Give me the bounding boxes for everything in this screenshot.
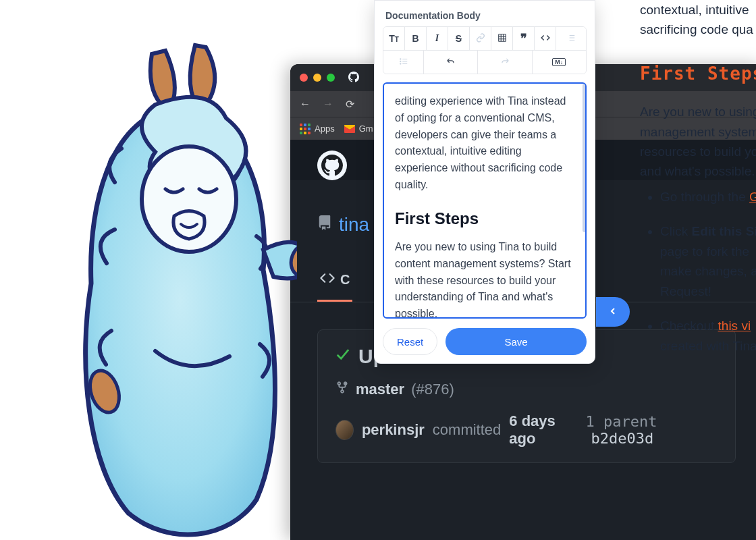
window-controls	[300, 74, 335, 82]
svg-point-5	[400, 61, 400, 61]
ul-icon	[399, 57, 408, 68]
repo-name: tina	[339, 214, 369, 236]
editor-scrollbar[interactable]	[583, 84, 587, 317]
branch-name[interactable]: master	[356, 381, 404, 398]
heading-button[interactable]: TT	[383, 27, 405, 50]
editor-field-label: Documentation Body	[383, 10, 587, 21]
back-icon[interactable]: ←	[300, 98, 310, 110]
editor-paragraph: editing experience with Tina instead of …	[395, 93, 574, 194]
apps-grid-icon	[300, 124, 310, 134]
code-button[interactable]	[535, 27, 556, 50]
undo-icon	[445, 57, 457, 68]
list-item: Click Edit this Si page to fork the make…	[660, 221, 756, 301]
markdown-icon: M↓	[552, 58, 566, 66]
parent-sha[interactable]: b2de03d	[591, 430, 653, 447]
reset-button[interactable]: Reset	[383, 328, 437, 355]
commit-parent: 1 parent b2de03d	[585, 413, 718, 447]
italic-icon: I	[435, 33, 439, 44]
minimize-window-button[interactable]	[313, 74, 321, 82]
heading-icon: TT	[389, 33, 399, 44]
redo-icon	[499, 57, 511, 68]
preview-bold: Edit this Si	[691, 224, 756, 238]
markdown-button[interactable]: M↓	[533, 51, 586, 74]
avatar[interactable]	[335, 420, 354, 440]
editor-toolbar: TT B I S ❞ M↓	[383, 26, 587, 74]
check-icon	[335, 347, 350, 366]
preview-list: Go through the G Click Edit this Si page…	[640, 187, 756, 356]
parent-label: 1 parent	[585, 413, 657, 430]
chevron-left-icon	[608, 304, 618, 320]
bold-button[interactable]: B	[405, 27, 427, 50]
preview-intro: contextual, intuitive sacrificing code q…	[640, 0, 756, 40]
browser-tab[interactable]	[348, 72, 359, 84]
link-icon	[476, 33, 485, 45]
commit-time: 6 days ago	[509, 412, 577, 448]
preview-p1: Are you new to using management system r…	[640, 102, 756, 182]
quote-button[interactable]: ❞	[513, 27, 535, 50]
editor-heading: First Steps	[395, 206, 574, 231]
preview-heading: First Steps	[640, 60, 756, 87]
strike-button[interactable]: S	[448, 27, 470, 50]
pr-number[interactable]: (#876)	[411, 381, 454, 398]
svg-point-6	[400, 63, 400, 63]
apps-bookmark[interactable]: Apps	[300, 124, 335, 134]
reload-icon[interactable]: ⟳	[346, 98, 354, 111]
redo-button[interactable]	[478, 51, 532, 74]
code-icon	[540, 33, 551, 45]
tina-llama-mascot	[54, 27, 297, 540]
branch-icon	[335, 380, 349, 399]
code-icon	[320, 271, 335, 289]
commit-meta-row: perkinsjr committed 6 days ago 1 parent …	[335, 412, 718, 448]
quote-icon: ❞	[520, 35, 527, 42]
editor-textarea[interactable]: editing experience with Tina instead of …	[383, 82, 587, 319]
ul-button[interactable]	[383, 51, 424, 74]
gmail-label: Gm	[359, 124, 373, 134]
tab-code[interactable]: C	[317, 263, 352, 302]
collapse-sidebar-button[interactable]	[596, 297, 630, 327]
italic-button[interactable]: I	[427, 27, 448, 50]
list-button[interactable]	[556, 27, 586, 50]
save-button[interactable]: Save	[446, 328, 587, 355]
doc-preview: contextual, intuitive sacrificing code q…	[640, 0, 756, 371]
list-item: Checkout this vi created with Tina	[660, 316, 756, 356]
table-button[interactable]	[491, 27, 513, 50]
github-favicon-icon	[348, 72, 359, 84]
editor-buttons: Reset Save	[383, 328, 587, 355]
commit-author[interactable]: perkinsjr	[362, 421, 425, 439]
commit-branch-row: master (#876)	[335, 380, 718, 399]
commit-verb: committed	[433, 421, 501, 439]
tab-code-label: C	[340, 272, 350, 288]
gmail-bookmark[interactable]: Gm	[344, 124, 373, 134]
undo-button[interactable]	[424, 51, 478, 74]
github-logo-icon[interactable]	[317, 151, 347, 180]
close-window-button[interactable]	[300, 74, 308, 82]
link-button[interactable]	[470, 27, 491, 50]
svg-point-4	[400, 58, 400, 59]
apps-label: Apps	[315, 124, 335, 134]
preview-link[interactable]: this vi	[718, 319, 751, 333]
svg-rect-3	[498, 34, 506, 41]
list-item: Go through the G	[660, 187, 756, 207]
preview-link[interactable]: G	[749, 190, 756, 204]
bold-icon: B	[412, 33, 418, 44]
gmail-icon	[344, 125, 355, 133]
table-icon	[497, 33, 507, 45]
repo-icon	[317, 214, 332, 236]
strike-icon: S	[456, 33, 462, 44]
editor-paragraph: Are you new to using Tina to build conte…	[395, 239, 574, 319]
list-icon	[566, 33, 576, 45]
editor-panel: Documentation Body TT B I S ❞ M↓ editing…	[374, 0, 595, 364]
maximize-window-button[interactable]	[327, 74, 335, 82]
forward-icon[interactable]: →	[323, 98, 333, 110]
